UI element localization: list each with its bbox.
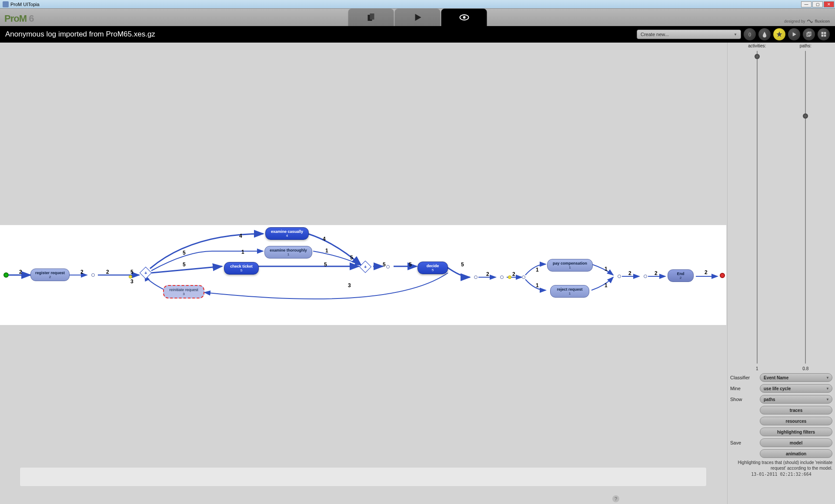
slider-paths-track[interactable] <box>805 51 806 364</box>
play-icon <box>412 12 423 23</box>
window-maximize-button[interactable]: ▢ <box>812 1 823 7</box>
mine-label: Mine <box>730 386 760 391</box>
copy-icon <box>805 31 812 38</box>
node-register-request[interactable]: register request 2 <box>30 269 70 281</box>
edge-label: 2 <box>512 271 515 277</box>
favorite-button[interactable] <box>773 28 785 40</box>
edge-label: 2 <box>486 271 489 277</box>
edge-label: 1 <box>325 248 328 254</box>
play-button[interactable] <box>788 28 800 40</box>
node-reinitiate-request[interactable]: reinitiate request 3 <box>163 285 204 298</box>
resources-button[interactable]: resources <box>760 417 832 425</box>
mine-select[interactable]: use life cycle <box>760 384 832 393</box>
window-minimize-button[interactable]: — <box>801 1 812 7</box>
app-icon <box>3 1 9 7</box>
end-node[interactable] <box>720 273 725 278</box>
svg-rect-13 <box>824 35 826 37</box>
play-small-icon <box>791 31 798 38</box>
parentheses-icon: () <box>746 31 753 38</box>
grid-icon <box>820 31 827 38</box>
node-check-ticket[interactable]: check ticket 5 <box>224 262 259 275</box>
designed-by: designed by fluxicon <box>784 18 830 24</box>
edge-label: 2 <box>80 269 84 275</box>
diagram-band <box>0 225 726 325</box>
window-title: ProM UITopia <box>10 2 40 7</box>
slider-paths-thumb[interactable] <box>803 113 808 119</box>
node-pay-compensation[interactable]: pay compensation 1 <box>547 259 593 272</box>
edge-label: 2 <box>19 269 22 275</box>
edge-label: 2 <box>655 270 658 276</box>
edge-label: 2 <box>628 270 631 276</box>
slider-activities: activities: 1 <box>744 43 771 371</box>
svg-marker-2 <box>415 14 421 21</box>
start-node[interactable] <box>3 272 9 278</box>
node-decide[interactable]: decide 5 <box>418 262 448 274</box>
hint-text: Highlighting traces that (should) includ… <box>730 460 832 471</box>
edge-label: 1 <box>605 266 608 272</box>
copy-button[interactable] <box>803 28 815 40</box>
svg-rect-10 <box>822 32 824 34</box>
cards-icon <box>366 12 376 23</box>
edge-label: 5 <box>183 262 186 268</box>
window-close-button[interactable]: ✕ <box>824 1 834 7</box>
classifier-label: Classifier <box>730 375 760 380</box>
grid-button[interactable] <box>818 28 830 40</box>
show-select[interactable]: paths <box>760 395 832 404</box>
help-button[interactable]: ? <box>612 495 619 502</box>
slider-paths: paths: 0.8 <box>792 43 819 371</box>
tab-view[interactable] <box>441 9 487 26</box>
edge-label: 4 <box>239 233 242 239</box>
fluxicon-icon <box>807 18 813 24</box>
slider-activities-track[interactable] <box>757 51 758 364</box>
svg-text:(): () <box>748 32 751 36</box>
edge-label: 2 <box>106 269 109 275</box>
svg-rect-8 <box>807 33 810 36</box>
edge-label: 5 <box>350 255 353 261</box>
diagram-canvas[interactable]: register request 2 + reinitiate request … <box>0 43 727 504</box>
right-panel: activities: 1 paths: 0.8 Classifier Even… <box>727 43 835 504</box>
edge-label: 1 <box>605 282 608 288</box>
drop-icon <box>761 31 768 38</box>
main-toolbar: ProM 6 designed by fluxicon <box>0 9 835 26</box>
place-1 <box>91 273 95 277</box>
node-reject-request[interactable]: reject request 1 <box>550 285 589 298</box>
svg-rect-11 <box>824 32 826 34</box>
svg-rect-12 <box>822 35 824 37</box>
drop-button[interactable] <box>758 28 771 40</box>
node-examine-thoroughly[interactable]: examine thoroughly 1 <box>264 246 312 259</box>
tab-workspace[interactable] <box>348 9 394 26</box>
edge-label: 5 <box>130 269 134 275</box>
star-icon <box>776 31 783 38</box>
place-5 <box>500 275 504 279</box>
place-6 <box>508 275 511 279</box>
node-end[interactable]: End 2 <box>668 269 694 282</box>
highlighting-filters-button[interactable]: highlighting filters <box>760 428 832 436</box>
place-2 <box>129 275 132 279</box>
secondary-toolbar: Anonymous log imported from ProM65.xes.g… <box>0 26 835 43</box>
parentheses-button[interactable]: () <box>744 28 756 40</box>
place-7 <box>522 275 525 279</box>
edge-label: 1 <box>536 282 539 288</box>
traces-button[interactable]: traces <box>760 406 832 414</box>
prom-logo: ProM 6 <box>4 13 33 24</box>
create-new-dropdown[interactable]: Create new... <box>637 30 741 39</box>
tab-actions[interactable] <box>395 9 441 26</box>
classifier-select[interactable]: Event Name <box>760 373 832 382</box>
window-title-bar: ProM UITopia — ▢ ✕ <box>0 0 835 9</box>
edge-label: 5 <box>324 262 327 268</box>
status-bar <box>20 467 707 487</box>
place-4 <box>474 275 478 279</box>
svg-point-4 <box>463 16 465 19</box>
node-examine-casually[interactable]: examine casually 4 <box>265 227 309 240</box>
save-label: Save <box>730 440 760 445</box>
slider-activities-thumb[interactable] <box>755 54 760 59</box>
edge-label: 1 <box>241 249 244 255</box>
place-9 <box>644 275 647 278</box>
svg-marker-7 <box>793 32 796 36</box>
edge-label: 5 <box>183 250 186 256</box>
animation-button[interactable]: animation <box>760 449 832 458</box>
model-button[interactable]: model <box>760 438 832 447</box>
edge-label: 2 <box>705 269 708 275</box>
edge-label: 1 <box>536 267 539 273</box>
eye-icon <box>459 12 469 23</box>
